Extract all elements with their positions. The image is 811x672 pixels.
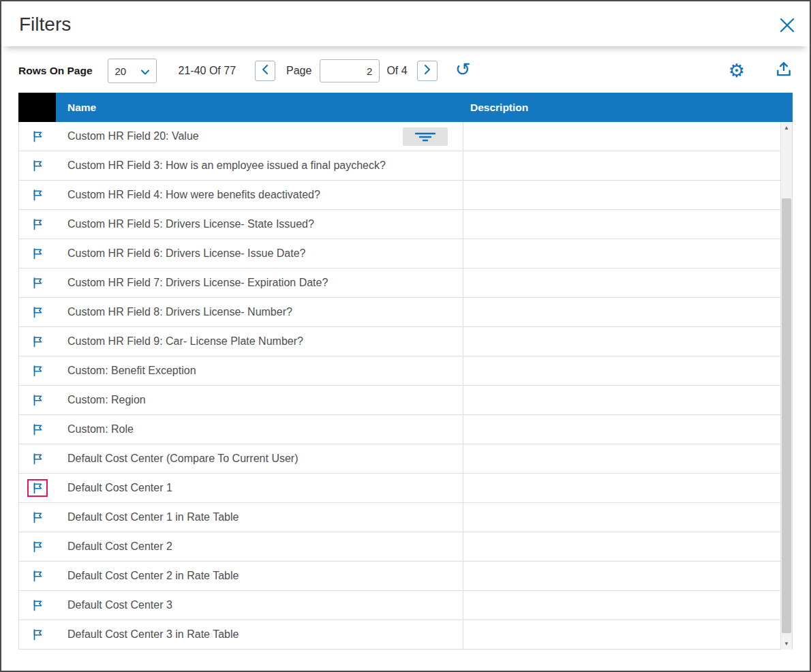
row-name-cell[interactable]: Default Cost Center 2 in Rate Table — [56, 562, 463, 590]
row-description-cell — [463, 151, 792, 180]
row-flag-cell — [19, 386, 56, 414]
row-name: Custom HR Field 7: Drivers License- Expi… — [67, 277, 328, 289]
row-flag-cell — [19, 532, 56, 561]
flag-icon[interactable] — [29, 187, 46, 202]
flag-icon[interactable] — [29, 539, 46, 554]
row-name-cell[interactable]: Custom HR Field 6: Drivers License- Issu… — [56, 239, 463, 268]
flag-icon[interactable] — [29, 568, 46, 583]
chevron-right-icon — [424, 65, 431, 77]
flag-icon[interactable] — [29, 158, 46, 173]
table-row[interactable]: Default Cost Center 2 in Rate Table — [19, 562, 792, 591]
flag-icon[interactable] — [29, 363, 46, 378]
row-name-cell[interactable]: Custom HR Field 8: Drivers License- Numb… — [56, 298, 463, 326]
table-row[interactable]: Default Cost Center 3 — [19, 591, 792, 620]
flag-icon[interactable] — [29, 393, 46, 408]
gear-icon: ⚙ — [729, 62, 745, 80]
table-row[interactable]: Custom HR Field 3: How is an employee is… — [19, 151, 792, 181]
table-row[interactable]: Custom: Region — [19, 386, 792, 415]
settings-button[interactable]: ⚙ — [729, 62, 745, 80]
flag-icon[interactable] — [29, 246, 46, 261]
flag-icon[interactable] — [29, 217, 46, 232]
export-icon — [775, 61, 793, 81]
rows-per-page-select[interactable]: 20 — [108, 59, 157, 83]
row-name-cell[interactable]: Custom HR Field 9: Car- License Plate Nu… — [56, 327, 463, 356]
close-icon — [778, 16, 796, 37]
flag-icon[interactable] — [29, 480, 46, 495]
icon-column-header — [18, 93, 56, 122]
row-name: Default Cost Center 1 — [67, 482, 172, 494]
page-count-label: Of 4 — [386, 65, 407, 77]
flag-icon[interactable] — [29, 627, 46, 642]
flag-icon[interactable] — [29, 305, 46, 320]
flag-icon[interactable] — [29, 129, 46, 144]
table-row[interactable]: Default Cost Center (Compare To Current … — [19, 444, 792, 474]
table-row[interactable]: Custom HR Field 4: How were benefits dea… — [19, 181, 792, 210]
row-name-cell[interactable]: Custom: Benefit Exception — [56, 356, 463, 385]
row-name-cell[interactable]: Custom HR Field 5: Drivers License- Stat… — [56, 210, 463, 239]
row-name-cell[interactable]: Default Cost Center 1 in Rate Table — [56, 503, 463, 532]
row-flag-cell — [19, 415, 56, 444]
table-row[interactable]: Custom: Benefit Exception — [19, 356, 792, 386]
flag-icon[interactable] — [29, 451, 46, 466]
row-name-cell[interactable]: Custom HR Field 7: Drivers License- Expi… — [56, 269, 463, 297]
flag-icon[interactable] — [29, 510, 46, 525]
row-name: Default Cost Center 1 in Rate Table — [67, 511, 239, 523]
table-row[interactable]: Custom HR Field 6: Drivers License- Issu… — [19, 239, 792, 269]
row-name-cell[interactable]: Default Cost Center 3 in Rate Table — [56, 620, 463, 649]
row-name-cell[interactable]: Default Cost Center 3 — [56, 591, 463, 620]
row-name: Custom HR Field 20: Value — [67, 130, 199, 142]
table-row[interactable]: Default Cost Center 1 — [19, 474, 792, 503]
export-button[interactable] — [775, 61, 793, 81]
row-name-cell[interactable]: Custom: Role — [56, 415, 463, 444]
table-row[interactable]: Default Cost Center 2 — [19, 532, 792, 562]
next-page-button[interactable] — [417, 61, 438, 81]
table-row[interactable]: Custom HR Field 7: Drivers License- Expi… — [19, 269, 792, 298]
flag-icon[interactable] — [29, 275, 46, 290]
row-description-cell — [463, 269, 792, 297]
flag-icon[interactable] — [29, 598, 46, 613]
row-description-cell — [463, 122, 792, 151]
page-number-input[interactable] — [320, 59, 380, 82]
close-button[interactable] — [777, 16, 797, 37]
row-description-cell — [463, 474, 792, 502]
page-label: Page — [286, 65, 311, 77]
row-flag-cell — [19, 356, 56, 385]
table-header-row: Name Description — [18, 93, 793, 122]
row-description-cell — [463, 444, 792, 473]
previous-page-button[interactable] — [255, 61, 275, 81]
vertical-scrollbar[interactable]: ▲ ▼ — [780, 122, 792, 650]
row-name: Default Cost Center (Compare To Current … — [67, 453, 299, 465]
row-name-cell[interactable]: Custom: Region — [56, 386, 463, 414]
row-flag-cell — [19, 210, 56, 239]
row-name: Default Cost Center 3 in Rate Table — [67, 628, 239, 641]
row-name-cell[interactable]: Default Cost Center 1 — [56, 474, 463, 502]
row-flag-cell — [19, 122, 56, 151]
row-name-cell[interactable]: Default Cost Center 2 — [56, 532, 463, 561]
table-row[interactable]: Default Cost Center 1 in Rate Table — [19, 503, 792, 532]
refresh-button[interactable]: ↺ — [455, 61, 471, 79]
table-row[interactable]: Default Cost Center 3 in Rate Table — [19, 620, 792, 650]
row-name-cell[interactable]: Custom HR Field 3: How is an employee is… — [56, 151, 463, 180]
rows-on-page-label: Rows On Page — [18, 65, 93, 77]
table-row[interactable]: Custom HR Field 5: Drivers License- Stat… — [19, 210, 792, 239]
row-name: Custom: Role — [67, 423, 134, 436]
row-name: Default Cost Center 2 — [67, 540, 172, 553]
name-column-header: Name — [56, 93, 463, 122]
flag-icon[interactable] — [29, 422, 46, 437]
row-name-cell[interactable]: Custom HR Field 20: Value — [56, 122, 463, 151]
row-name-cell[interactable]: Custom HR Field 4: How were benefits dea… — [56, 181, 463, 209]
row-description-cell — [463, 356, 792, 385]
table-row[interactable]: Custom HR Field 8: Drivers License- Numb… — [19, 298, 792, 327]
row-name: Custom: Region — [67, 394, 146, 406]
row-description-cell — [463, 532, 792, 561]
table-row[interactable]: Custom HR Field 9: Car- License Plate Nu… — [19, 327, 792, 356]
flag-icon[interactable] — [29, 334, 46, 349]
scrollbar-thumb[interactable] — [782, 198, 791, 633]
row-name-cell[interactable]: Default Cost Center (Compare To Current … — [56, 444, 463, 473]
table-row[interactable]: Custom HR Field 20: Value — [19, 122, 792, 151]
scroll-down-icon[interactable]: ▼ — [781, 638, 792, 650]
scroll-up-icon[interactable]: ▲ — [781, 122, 792, 134]
table-row[interactable]: Custom: Role — [19, 415, 792, 444]
filter-indicator-button[interactable] — [403, 127, 448, 146]
row-name: Custom HR Field 8: Drivers License- Numb… — [67, 306, 292, 318]
